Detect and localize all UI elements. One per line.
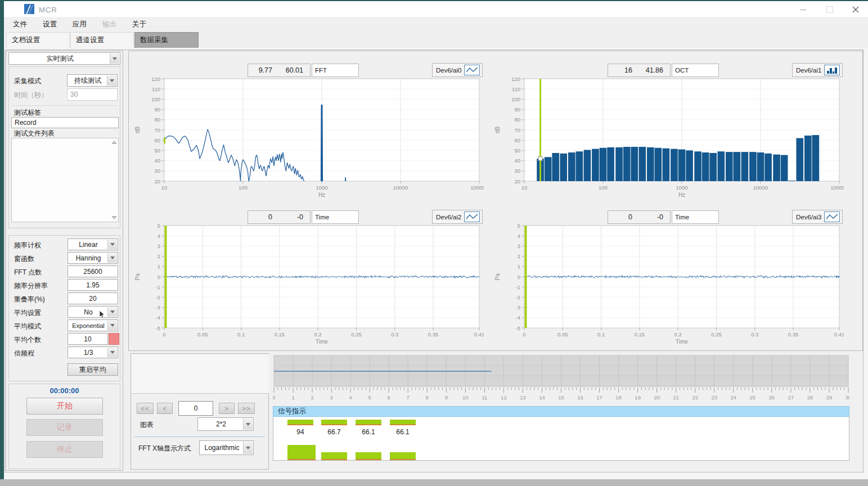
svg-text:Pa: Pa [494,273,501,280]
channel-selector[interactable]: Dev6/ai0 [432,63,483,77]
svg-text:0.05: 0.05 [197,331,208,338]
svg-text:0: 0 [158,274,160,280]
chevron-down-icon[interactable] [243,418,253,430]
cursor-x-value: 0 [248,213,279,221]
fft-xaxis-label: FFT X轴显示方式 [138,444,191,453]
avg-count-input[interactable]: 10 [68,333,108,345]
minimize-button[interactable] [793,2,812,17]
chevron-down-icon[interactable] [107,321,117,330]
svg-text:0.1: 0.1 [597,331,605,338]
chart-grid-value: 2*2 [216,420,226,428]
chart-grid-select[interactable]: 2*2 [197,417,254,431]
avg-setting-label: 平均设置 [14,308,41,318]
svg-text:0: 0 [273,394,276,400]
chart-type-box[interactable]: Time [312,210,359,224]
signal-indicator-header: 信号指示 [273,406,849,417]
time2-plot[interactable]: -5-4-3-2-101234500.050.10.150.20.250.30.… [491,224,844,345]
menu-file[interactable]: 文件 [6,17,34,32]
cursor-y-value: 60.01 [279,66,310,74]
nav-index-field[interactable]: 0 [178,401,213,416]
svg-text:-3: -3 [156,304,160,310]
fft-points-input[interactable]: 25600 [68,266,118,277]
acq-mode-label: 采集模式 [14,76,41,86]
svg-text:5: 5 [158,224,160,229]
svg-text:0.3: 0.3 [391,331,398,338]
freq-weighting-value: Linear [79,241,97,249]
signal-meter-baseline [321,424,347,425]
fft-plot[interactable]: 2030405060708090100110120101001000100001… [131,77,484,198]
svg-text:0.41: 0.41 [834,331,844,338]
nav-first-button[interactable]: << [137,403,154,414]
channel-selector[interactable]: Dev6/ai1 [792,63,843,77]
avg-setting-select[interactable]: No [68,306,118,318]
window-func-value: Hanning [76,254,101,262]
signal-meter-baseline [356,459,381,460]
tab-data-acquisition[interactable]: 数据采集 [134,32,199,48]
close-button[interactable] [846,2,865,17]
scroll-up-icon[interactable] [111,141,117,144]
overlap-input[interactable]: 20 [68,292,118,304]
start-button[interactable]: 开始 [26,398,103,415]
nav-prev-button[interactable]: < [157,403,173,414]
cursor-y-value: -0 [279,213,310,221]
display-options-panel: << < 0 > >> 图表 2*2 FFT X轴显示方式 Logarithmi… [131,353,269,470]
test-mode-select[interactable]: 实时测试 [8,52,120,65]
svg-text:90: 90 [154,106,160,112]
tab-channel-settings[interactable]: 通道设置 [70,32,134,48]
signal-meter-baseline [321,459,347,460]
svg-text:28: 28 [807,394,813,400]
chart-type-box[interactable]: FFT [312,64,359,77]
restart-average-button[interactable]: 重启平均 [68,363,118,376]
chevron-down-icon[interactable] [107,307,117,317]
chart-cell-time1: 0-0 Time Dev6/ai2 -5-4-3-2-101234500.050… [131,200,491,346]
svg-text:0.05: 0.05 [557,331,568,338]
avg-mode-value: Exponential [72,322,105,329]
menu-about[interactable]: 关于 [125,17,153,32]
maximize-button[interactable] [820,2,839,17]
channel-selector[interactable]: Dev6/ai3 [792,210,843,224]
test-tag-input[interactable]: Record [11,117,119,128]
time-seconds-input[interactable]: 30 [67,88,118,101]
chevron-down-icon[interactable] [107,240,117,249]
scroll-down-icon[interactable] [111,216,117,219]
svg-text:100: 100 [511,96,520,102]
divider [134,436,265,437]
timeline-ruler[interactable]: 0123456789101112131415161718192021222324… [273,354,849,403]
chevron-down-icon[interactable] [243,442,253,454]
fft-xaxis-select[interactable]: Logarithmic [199,440,254,455]
svg-text:5: 5 [368,394,371,400]
avg-mode-select[interactable]: Exponential [68,320,118,331]
svg-text:20: 20 [154,178,160,184]
cursor-y-value: 41.86 [639,66,670,74]
window-title: MCR [39,6,57,14]
svg-text:8: 8 [426,394,429,400]
svg-text:20: 20 [654,394,660,400]
freq-weighting-select[interactable]: Linear [68,238,118,250]
cursor-x-value: 9.77 [248,66,279,74]
nav-last-button[interactable]: >> [238,403,255,414]
acq-mode-select[interactable]: 持续测试 [67,74,118,87]
nav-next-button[interactable]: > [219,403,235,414]
avg-setting-value: No [84,308,92,316]
time1-plot[interactable]: -5-4-3-2-101234500.050.10.150.20.250.30.… [131,224,484,345]
chart-type-box[interactable]: Time [672,210,719,224]
oct-plot[interactable]: 2030405060708090100110120101001000100001… [491,77,844,198]
svg-text:100: 100 [151,96,160,102]
octave-select[interactable]: 1/3 [68,346,118,358]
signal-meter-baseline [390,459,416,460]
chevron-down-icon[interactable] [110,53,119,64]
test-file-listbox[interactable] [11,138,119,222]
tab-document-settings[interactable]: 文档设置 [6,32,70,48]
chevron-down-icon[interactable] [107,348,117,357]
chevron-down-icon[interactable] [107,75,116,86]
chevron-down-icon[interactable] [107,253,117,263]
svg-text:21: 21 [673,394,679,400]
menu-settings[interactable]: 设置 [36,17,64,32]
window-func-label: 窗函数 [14,254,34,264]
channel-selector[interactable]: Dev6/ai2 [432,210,483,224]
menu-application[interactable]: 应用 [66,17,93,32]
svg-text:24: 24 [731,394,737,400]
freq-resolution-input[interactable]: 1.95 [68,279,118,291]
chart-type-box[interactable]: OCT [672,64,719,77]
window-func-select[interactable]: Hanning [68,252,118,264]
